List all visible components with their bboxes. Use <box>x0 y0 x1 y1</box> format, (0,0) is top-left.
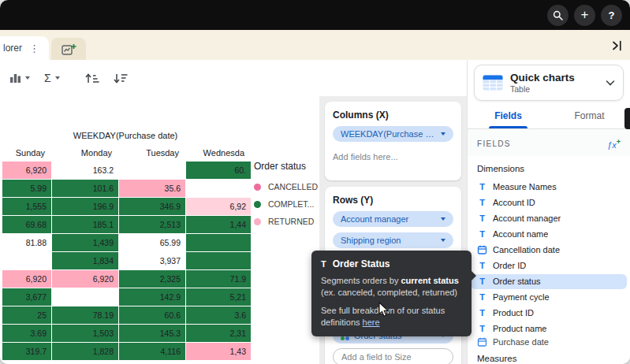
data-cell[interactable]: 1,503 <box>52 325 118 342</box>
data-cell[interactable] <box>186 252 251 269</box>
data-cell[interactable]: 4,116 <box>119 343 185 360</box>
data-cell[interactable]: 3.69 <box>2 325 51 342</box>
data-cell[interactable]: 142.9 <box>119 288 185 306</box>
legend-item[interactable]: COMPLET... <box>254 199 318 209</box>
data-cell[interactable]: 78.19 <box>52 306 118 324</box>
data-cell[interactable]: 163.2 <box>52 162 118 179</box>
field-pill[interactable]: Account manager <box>333 211 453 227</box>
legend-item[interactable]: RETURNED <box>254 217 318 226</box>
sigma-icon: Σ <box>44 72 51 84</box>
field-item-account-manager[interactable]: TAccount manager <box>471 211 627 226</box>
field-item-measure-names[interactable]: TMeasure Names <box>471 180 627 195</box>
add-calculated-field-button[interactable]: ƒx+ <box>607 138 621 150</box>
data-cell[interactable]: 319.7 <box>2 343 51 360</box>
data-cell[interactable]: 1,828 <box>52 343 118 360</box>
data-cell[interactable]: 2,325 <box>119 270 185 288</box>
data-cell[interactable]: 185.1 <box>52 216 118 233</box>
kebab-menu-icon[interactable]: ⋮ <box>28 43 41 54</box>
field-item-account-id[interactable]: TAccount ID <box>471 195 627 210</box>
data-cell[interactable]: 2,31 <box>186 325 251 342</box>
column-header[interactable]: Monday <box>52 147 118 161</box>
data-cell[interactable]: 71.9 <box>186 270 251 288</box>
tab-fields[interactable]: Fields <box>468 104 549 128</box>
data-cell[interactable]: 35.6 <box>119 180 185 197</box>
data-cell[interactable]: 6,920 <box>52 270 118 288</box>
data-cell[interactable]: 5,21 <box>186 288 251 306</box>
data-cell[interactable]: 6,920 <box>2 162 51 179</box>
data-cell[interactable]: 3,677 <box>2 288 51 306</box>
data-cell[interactable] <box>186 180 251 197</box>
tab-format[interactable]: Format <box>549 104 630 128</box>
data-cell[interactable]: 6,920 <box>2 270 51 288</box>
data-cell[interactable]: 2,513 <box>119 216 185 233</box>
data-cell[interactable]: 65.99 <box>119 234 185 251</box>
data-cell[interactable]: 5.99 <box>2 180 51 197</box>
column-header[interactable]: Tuesday <box>119 147 185 161</box>
table-row: 3,677142.95,21 <box>2 288 251 306</box>
field-pill[interactable]: WEEKDAY(Purchase date) <box>333 126 453 142</box>
data-cell[interactable]: 69.68 <box>2 216 51 233</box>
field-item-cancellation-date[interactable]: Cancellation date <box>471 243 627 258</box>
data-cell[interactable]: 25 <box>2 306 51 324</box>
fields-header-label: FIELDS <box>477 139 511 148</box>
table-row: 69.68185.12,5131,44 <box>2 216 251 233</box>
data-cell[interactable]: 6,92 <box>186 198 251 215</box>
rows-shelf-title: Rows (Y) <box>333 195 453 206</box>
data-cell[interactable]: 1,439 <box>52 234 118 251</box>
sort-descending-button[interactable] <box>114 73 128 84</box>
field-item-product-id[interactable]: TProduct ID <box>471 306 627 321</box>
collapsed-panel-handle[interactable] <box>624 108 630 129</box>
data-cell[interactable] <box>119 162 185 179</box>
data-cell[interactable] <box>186 234 251 251</box>
data-cell[interactable]: 346.9 <box>119 198 185 215</box>
data-cell[interactable]: 1,555 <box>2 198 51 215</box>
chart-type-selector[interactable]: Quick charts Table <box>474 65 624 101</box>
search-button[interactable] <box>547 5 568 26</box>
expand-panel-button[interactable] <box>611 40 623 54</box>
data-cell[interactable]: 1,44 <box>186 216 251 233</box>
question-icon: ? <box>609 9 615 21</box>
sort-ascending-icon <box>85 73 99 84</box>
field-item-purchase-date[interactable]: Purchase date <box>471 337 627 347</box>
chart-type-button[interactable] <box>9 72 30 84</box>
data-cell[interactable]: 3.6 <box>186 306 251 324</box>
data-cell[interactable]: 145.3 <box>119 325 185 342</box>
data-cell[interactable] <box>2 252 51 269</box>
size-field-input[interactable] <box>333 348 453 364</box>
table-row: 6,920163.260. <box>2 162 251 179</box>
field-item-account-name[interactable]: TAccount name <box>471 227 627 242</box>
tooltip-link[interactable]: here <box>363 318 380 327</box>
expand-panel-icon <box>611 40 623 51</box>
text-field-icon: T <box>477 198 487 207</box>
data-cell[interactable]: 60.6 <box>119 306 185 324</box>
data-cell[interactable]: 3,937 <box>119 252 185 269</box>
sort-ascending-button[interactable] <box>85 73 99 84</box>
column-header[interactable]: Sunday <box>2 147 51 161</box>
field-item-order-id[interactable]: TOrder ID <box>471 258 627 273</box>
bar-chart-icon <box>9 72 21 84</box>
data-cell[interactable]: 1,43 <box>186 343 251 360</box>
app-window: + ? lorer ⋮ Σ <box>0 0 630 364</box>
legend-item[interactable]: CANCELLED <box>254 182 318 191</box>
field-item-product-name[interactable]: TProduct name <box>471 321 627 336</box>
columns-shelf-title: Columns (X) <box>333 110 453 121</box>
data-cell[interactable]: 101.6 <box>52 180 118 197</box>
data-cell[interactable]: 1,834 <box>52 252 118 269</box>
data-cell[interactable]: 60. <box>186 162 251 179</box>
chevron-down-icon <box>606 80 615 86</box>
data-cell[interactable]: 196.9 <box>52 198 118 215</box>
chart-selector-text: Quick charts Table <box>510 72 598 94</box>
field-item-payment-cycle[interactable]: TPayment cycle <box>471 290 627 305</box>
new-item-button[interactable]: + <box>574 5 595 26</box>
aggregation-button[interactable]: Σ <box>44 72 60 84</box>
columns-shelf-card: Columns (X) WEEKDAY(Purchase date) Add f… <box>325 102 461 180</box>
field-item-order-status[interactable]: TOrder status <box>471 274 627 289</box>
column-header[interactable]: Wednesda <box>186 147 251 161</box>
help-button[interactable]: ? <box>601 5 622 26</box>
tab-explorer[interactable]: lorer ⋮ <box>0 36 49 60</box>
data-cell[interactable] <box>52 288 118 306</box>
legend-dot-icon <box>254 218 261 225</box>
field-pill[interactable]: Shipping region <box>333 232 453 248</box>
data-cell[interactable]: 81.88 <box>2 234 51 251</box>
add-chart-tab[interactable] <box>51 38 86 60</box>
